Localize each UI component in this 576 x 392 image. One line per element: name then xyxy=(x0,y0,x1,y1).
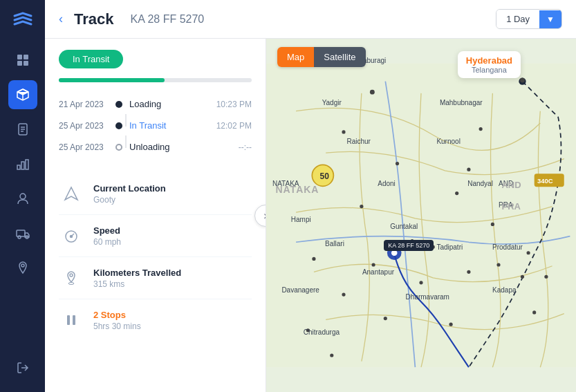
city-label-nandyal: Nandyal xyxy=(467,180,493,187)
svg-point-38 xyxy=(360,205,363,208)
sidebar-item-pin[interactable] xyxy=(8,253,37,282)
map-btn[interactable]: Map xyxy=(277,47,314,67)
satellite-btn[interactable]: Satellite xyxy=(314,47,365,67)
timeline-dot xyxy=(115,101,122,108)
map-background: 340C 50 xyxy=(266,39,576,392)
timeline-time: 12:02 PM xyxy=(216,121,252,131)
timeline-dot xyxy=(115,144,122,151)
status-badge: In Transit xyxy=(59,50,123,68)
region-karnataka: NATAKA xyxy=(275,184,319,195)
svg-point-33 xyxy=(520,77,525,82)
svg-rect-8 xyxy=(17,165,20,169)
svg-point-45 xyxy=(496,263,500,266)
hyderabad-label: Hyderabad Telangana xyxy=(458,51,521,78)
progress-bar-fill xyxy=(59,78,165,82)
speedometer-icon xyxy=(59,223,84,248)
svg-point-13 xyxy=(18,236,21,239)
svg-point-56 xyxy=(330,353,333,357)
info-card-kms: Kilometers Travelled 315 kms xyxy=(59,257,252,299)
svg-point-42 xyxy=(312,257,315,261)
back-button[interactable]: ‹ xyxy=(59,12,63,26)
logout-button[interactable] xyxy=(8,355,37,384)
svg-text:340C: 340C xyxy=(537,177,553,185)
sidebar-item-box[interactable] xyxy=(8,80,37,109)
region-andhra: AND xyxy=(501,180,521,190)
sidebar-item-grid[interactable] xyxy=(8,46,37,75)
pause-icon xyxy=(59,308,84,333)
timeline-item: 21 Apr 2023 Loading 10:23 PM xyxy=(59,93,252,115)
region-pradesh: PRA xyxy=(501,201,520,212)
city-label-kurnool: Kurnool xyxy=(436,138,460,145)
city-label-hampi: Hampi xyxy=(291,216,311,223)
page-title: Track xyxy=(74,10,114,28)
svg-point-35 xyxy=(479,127,483,131)
svg-point-11 xyxy=(20,194,26,199)
day-label: 1 Day xyxy=(496,10,539,28)
city-label-davanagere: Davanagere xyxy=(281,286,319,294)
timeline-time: 10:23 PM xyxy=(216,100,252,109)
sidebar-item-chart[interactable] xyxy=(8,149,37,178)
svg-point-46 xyxy=(526,251,530,254)
timeline: 21 Apr 2023 Loading 10:23 PM 25 Apr 2023… xyxy=(45,88,266,166)
svg-rect-12 xyxy=(17,230,25,236)
status-section: In Transit xyxy=(45,39,266,88)
city-label-raichur: Raichur xyxy=(346,138,370,145)
sidebar-item-user[interactable] xyxy=(8,184,37,213)
city-label-ballari: Ballari xyxy=(325,240,344,248)
svg-rect-9 xyxy=(21,162,24,169)
map-area: 340C 50 xyxy=(266,39,576,392)
svg-point-55 xyxy=(532,310,536,314)
city-label-proddatur: Proddatur xyxy=(492,243,523,251)
svg-rect-10 xyxy=(26,160,28,169)
svg-text:50: 50 xyxy=(320,171,330,181)
svg-rect-2 xyxy=(17,61,22,66)
info-label: Kilometers Travelled xyxy=(93,268,181,278)
svg-point-15 xyxy=(21,264,24,267)
svg-point-34 xyxy=(342,130,345,133)
info-card-stops: 2 Stops 5hrs 30 mins xyxy=(59,299,252,341)
city-label-tadipatri: Tadipatri xyxy=(436,243,463,251)
svg-point-43 xyxy=(371,263,375,266)
svg-rect-3 xyxy=(24,61,28,66)
timeline-time: --:-- xyxy=(239,142,252,152)
sidebar-item-truck[interactable] xyxy=(8,218,37,248)
svg-point-47 xyxy=(342,293,345,297)
info-cards: Current Location Gooty Speed xyxy=(45,166,266,348)
svg-point-21 xyxy=(68,283,74,285)
city-label-guntakal: Guntakal xyxy=(390,223,418,230)
svg-point-53 xyxy=(384,317,387,320)
timeline-event: Unloading xyxy=(129,142,232,152)
city-label-adoni: Adoni xyxy=(378,180,396,187)
info-card-location: Current Location Gooty xyxy=(59,173,252,215)
info-label: 2 Stops xyxy=(93,310,141,320)
main-content: ‹ Track KA 28 FF 5270 1 Day ▼ In Transit… xyxy=(45,0,576,392)
timeline-date: 21 Apr 2023 xyxy=(59,100,109,109)
day-dropdown-btn[interactable]: ▼ xyxy=(539,10,561,28)
svg-marker-16 xyxy=(65,187,77,200)
timeline-event: Loading xyxy=(129,99,210,109)
city-label-anantapur: Anantapur xyxy=(362,268,394,276)
content-area: In Transit 21 Apr 2023 Loading 10:23 PM … xyxy=(45,39,576,392)
info-card-speed: Speed 60 mph xyxy=(59,215,252,257)
info-value: Gooty xyxy=(93,195,166,205)
svg-point-19 xyxy=(71,236,73,238)
location-sub: Telangana xyxy=(466,66,512,74)
timeline-item: 25 Apr 2023 Unloading --:-- xyxy=(59,136,252,158)
timeline-item: 25 Apr 2023 In Transit 12:02 PM xyxy=(59,115,252,136)
day-selector[interactable]: 1 Day ▼ xyxy=(496,9,562,29)
city-label-dharmavaram: Dharmavaram xyxy=(406,293,449,301)
sidebar-item-doc[interactable] xyxy=(8,115,37,144)
info-label: Speed xyxy=(93,225,121,236)
city-label-kadapa: Kadapa xyxy=(492,286,516,294)
svg-point-32 xyxy=(370,90,375,95)
progress-bar xyxy=(59,78,252,82)
svg-point-37 xyxy=(467,168,470,171)
map-toggle: Map Satellite xyxy=(277,47,366,67)
svg-point-51 xyxy=(544,275,548,279)
svg-point-54 xyxy=(449,323,452,326)
location-name: Hyderabad xyxy=(466,55,512,66)
svg-point-39 xyxy=(455,192,458,195)
city-label-chitradurga: Chitradurga xyxy=(304,328,340,336)
svg-point-36 xyxy=(396,162,399,165)
timeline-event: In Transit xyxy=(129,120,210,131)
